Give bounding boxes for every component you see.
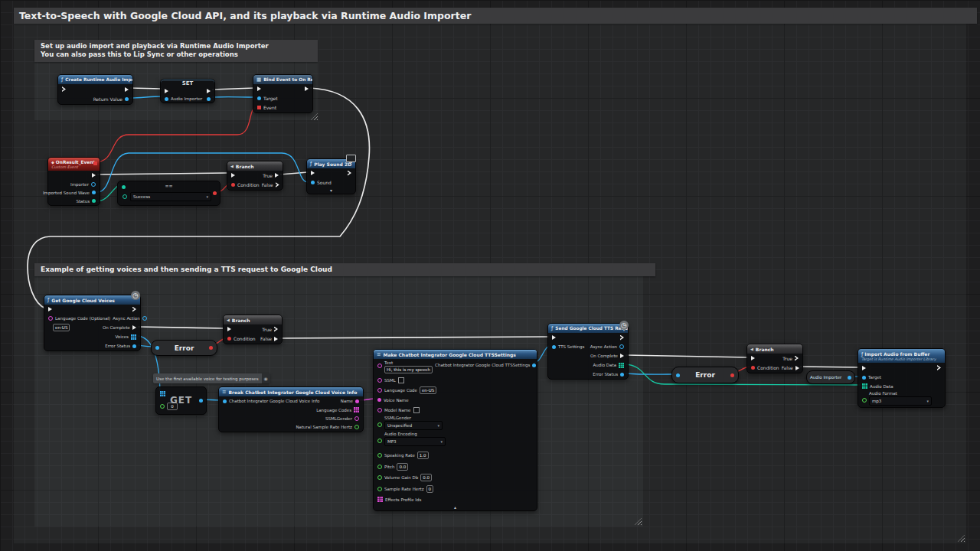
sound-pin[interactable] [311,181,315,184]
node-create-runtime-audio-importer[interactable]: ƒ Create Runtime Audio Importer Return V… [57,74,133,105]
true-pin[interactable] [275,173,279,178]
delegate-out-pin[interactable] [93,161,97,165]
error-in-pin[interactable] [676,373,680,377]
exec-out-pin[interactable] [132,307,136,312]
status-pin[interactable] [92,199,96,203]
effects-profile-array-pin[interactable] [377,497,383,502]
exec-in-pin[interactable] [48,307,52,311]
exec-out-pin[interactable] [305,86,309,91]
language-code-field[interactable]: en-US [53,324,70,331]
node-onresult-event[interactable]: ◆ OnResult_Event Custom Event Importer I… [47,157,100,206]
ssml-gender-dropdown[interactable]: Unspecified ▾ [384,421,443,430]
exec-in-pin[interactable] [751,356,755,360]
node-audio-importer-variable[interactable]: Audio Importer [806,370,855,384]
eq-result-pin[interactable] [213,191,217,195]
audio-format-dropdown[interactable]: mp3 ▾ [869,396,932,406]
target-pin[interactable] [862,376,866,380]
audio-data-array-pin[interactable] [862,383,867,389]
eq-input-b-pin[interactable] [122,194,127,199]
ssml-pin[interactable] [377,378,382,383]
audio-format-pin[interactable] [862,398,867,403]
error-status-pin[interactable] [132,344,136,348]
language-code-field[interactable]: en-US [420,386,436,394]
node-set-audio-importer[interactable]: SET Audio Importer [160,79,215,103]
node-branch-1[interactable]: ◀ Branch True Condition False [227,161,283,191]
sample-rate-pin[interactable] [377,487,382,491]
audio-encoding-pin[interactable] [377,439,382,443]
exec-out-pin[interactable] [937,365,941,370]
collapse-chevron-icon[interactable]: ▴ [374,504,537,510]
tts-settings-out-pin[interactable] [532,364,536,367]
voices-array-pin[interactable] [131,334,136,340]
struct-in-pin[interactable] [223,399,227,403]
target-pin[interactable] [257,96,261,100]
false-pin[interactable] [274,337,278,341]
true-pin[interactable] [795,356,799,361]
volume-gain-field[interactable]: 0.0 [420,474,432,481]
voice-name-pin[interactable] [377,398,381,402]
speaking-rate-pin[interactable] [377,453,382,458]
language-codes-array-pin[interactable] [354,407,359,412]
condition-pin[interactable] [227,337,231,341]
text-field[interactable]: Hi, this is my speech [384,366,433,373]
exec-in-pin[interactable] [862,366,866,370]
exec-out-pin[interactable] [620,335,624,341]
node-play-sound-2d[interactable]: ƒ Play Sound 2D Sound ▾ [306,158,356,194]
node-break-voice-info[interactable]: ≡ Break Chatbot Integrator Google Cloud … [218,386,364,432]
on-complete-pin[interactable] [620,354,624,358]
node-error-macro-1[interactable]: Error [151,340,217,356]
node-make-tts-settings[interactable]: ≡ Make Chatbot Integrator Google Cloud T… [373,349,537,511]
exec-out-pin[interactable] [348,171,351,176]
pitch-field[interactable]: 0.0 [397,463,408,471]
exec-out-pin[interactable] [125,87,129,92]
model-name-pin[interactable] [377,408,382,412]
eq-value-dropdown[interactable]: Success ▾ [130,192,211,201]
speaking-rate-field[interactable]: 1.0 [417,452,429,459]
error-in-pin[interactable] [155,346,159,350]
blueprint-graph[interactable]: Text-to-Speech with Google Cloud API, an… [0,0,980,551]
node-branch-3[interactable]: ◀ Branch True Condition False [746,344,803,373]
ssml-gender-pin[interactable] [354,416,359,421]
language-code-pin[interactable] [377,388,382,393]
node-bind-event-to-on-result[interactable]: ▦ Bind Event to On Result Target Event [253,74,313,113]
on-complete-pin[interactable] [132,325,136,330]
node-equals[interactable]: == Success ▾ [117,181,220,206]
exec-in-pin[interactable] [231,173,235,178]
model-name-checkbox[interactable] [413,407,420,413]
node-import-audio-from-buffer[interactable]: ƒ Import Audio from Buffer Target is Run… [858,348,946,408]
audio-importer-out-pin[interactable] [207,97,211,101]
sample-rate-field[interactable]: 0 [426,485,434,493]
exec-in-pin[interactable] [311,171,315,175]
node-branch-2[interactable]: ◀ Branch True Condition False [223,315,283,344]
return-value-pin[interactable] [125,97,129,101]
variable-out-pin[interactable] [848,376,851,380]
condition-pin[interactable] [751,366,755,370]
node-get-google-cloud-voices[interactable]: ƒ Get Google Cloud Voices Language Code … [44,295,141,351]
bubble-pin-icon[interactable]: ◉ [262,373,270,383]
node-error-macro-2[interactable]: Error [671,367,739,383]
error-status-pin[interactable] [620,373,624,377]
node-array-get[interactable]: 0 GET [155,386,207,415]
element-out-pin[interactable] [199,399,203,403]
error-out-pin[interactable] [730,373,734,377]
true-pin[interactable] [274,327,278,332]
text-pin[interactable] [377,364,382,368]
ssml-gender-pin[interactable] [377,422,382,427]
exec-in-pin[interactable] [227,327,231,331]
ssml-checkbox[interactable] [398,377,404,383]
name-pin[interactable] [355,399,359,403]
language-code-pin[interactable] [48,316,53,321]
importer-pin[interactable] [91,182,96,187]
imported-sound-wave-pin[interactable] [92,191,96,194]
false-pin[interactable] [276,182,279,187]
async-action-pin[interactable] [142,316,147,321]
eq-input-a-pin[interactable] [122,185,126,189]
natural-sample-rate-pin[interactable] [354,425,359,429]
exec-out-pin[interactable] [207,89,211,93]
condition-pin[interactable] [231,183,235,187]
node-send-tts-request[interactable]: ƒ Send Google Cloud TTS Request TTS Sett… [547,323,629,380]
async-action-pin[interactable] [619,344,624,349]
exec-in-pin[interactable] [257,86,261,91]
false-pin[interactable] [795,366,799,370]
exec-in-pin[interactable] [552,335,556,340]
